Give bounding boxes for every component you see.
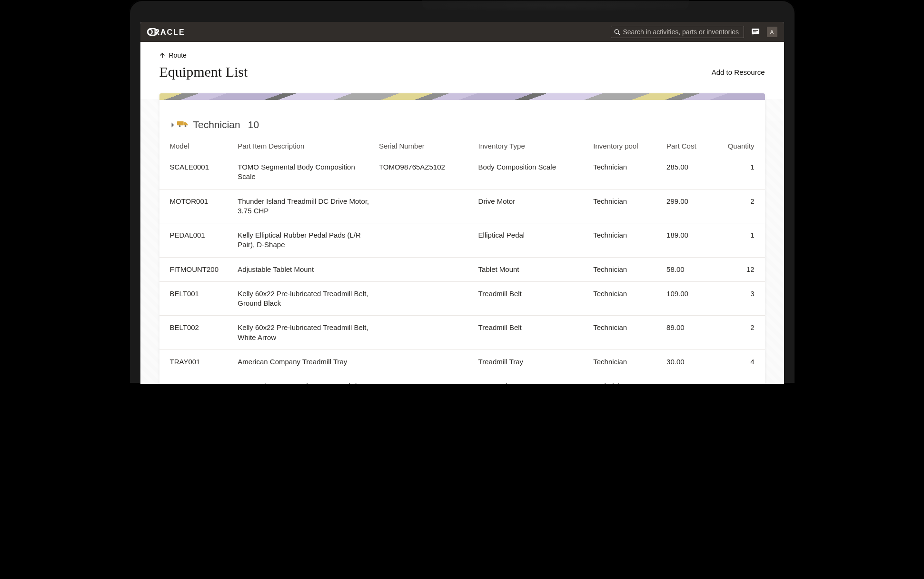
- td-qty: 4: [724, 349, 765, 374]
- table-header-row: Model Part Item Description Serial Numbe…: [159, 137, 765, 155]
- td-model: FITMOUNT200: [159, 257, 238, 281]
- td-desc: Thunder Island Treadmill DC Drive Motor,…: [238, 189, 379, 223]
- chevron-down-icon: [169, 122, 174, 127]
- td-serial: [379, 281, 478, 316]
- avatar[interactable]: A: [767, 27, 777, 37]
- td-desc: Adjustable Tablet Mount: [238, 257, 379, 281]
- group-name: Technician: [193, 119, 240, 130]
- td-itype: Drive Motor: [478, 189, 594, 223]
- td-cost: 89.00: [666, 316, 724, 350]
- td-serial: [379, 257, 478, 281]
- breadcrumb[interactable]: Route: [140, 42, 784, 59]
- messages-icon[interactable]: [750, 26, 761, 38]
- td-pool: Technician: [593, 281, 666, 316]
- th-cost[interactable]: Part Cost: [666, 137, 724, 155]
- screen: ORACLE A Route Equipment L: [140, 22, 784, 384]
- td-qty: 2: [724, 316, 765, 350]
- td-qty: 3: [724, 281, 765, 316]
- td-itype: VR Headset: [478, 374, 594, 384]
- td-desc: Kelly 60x22 Pre-lubricated Treadmill Bel…: [238, 316, 379, 350]
- td-serial: [379, 223, 478, 258]
- td-pool: Technician: [593, 257, 666, 281]
- title-row: Equipment List Add to Resource: [140, 59, 784, 93]
- td-desc: TOMO Segmental Body Composition Scale: [238, 155, 379, 190]
- td-pool: Technician: [593, 374, 666, 384]
- add-to-resource-button[interactable]: Add to Resource: [712, 68, 765, 76]
- td-itype: Tablet Mount: [478, 257, 594, 281]
- table-row[interactable]: PEDAL001Kelly Elliptical Rubber Pedal Pa…: [159, 223, 765, 258]
- device-frame: ORACLE A Route Equipment L: [129, 0, 795, 384]
- td-cost: 58.00: [666, 257, 724, 281]
- td-desc: Kelly 60x22 Pre-lubricated Treadmill Bel…: [238, 281, 379, 316]
- svg-point-8: [179, 125, 180, 127]
- svg-point-2: [615, 30, 618, 33]
- td-serial: [379, 374, 478, 384]
- topbar: ORACLE A: [140, 22, 784, 42]
- td-pool: Technician: [593, 189, 666, 223]
- equipment-card: Technician 10 Model Part Item Descriptio…: [159, 93, 765, 384]
- td-serial: [379, 316, 478, 350]
- group-count: 10: [248, 119, 259, 130]
- td-itype: Treadmill Belt: [478, 281, 594, 316]
- table-row[interactable]: HEADSET001VR Headset, 4.7-6.53in Screen,…: [159, 374, 765, 384]
- td-pool: Technician: [593, 349, 666, 374]
- th-model[interactable]: Model: [159, 137, 238, 155]
- table-row[interactable]: MOTOR001Thunder Island Treadmill DC Driv…: [159, 189, 765, 223]
- td-model: HEADSET001: [159, 374, 238, 384]
- th-qty[interactable]: Quantity: [724, 137, 765, 155]
- td-qty: 12: [724, 257, 765, 281]
- td-serial: TOMO98765AZ5102: [379, 155, 478, 190]
- td-cost: 285.00: [666, 155, 724, 190]
- svg-line-3: [618, 33, 620, 35]
- td-pool: Technician: [593, 223, 666, 258]
- search-input[interactable]: [623, 28, 741, 36]
- td-cost: 299.00: [666, 189, 724, 223]
- td-qty: 2: [724, 189, 765, 223]
- td-qty: 1: [724, 155, 765, 190]
- th-serial[interactable]: Serial Number: [379, 137, 478, 155]
- breadcrumb-label: Route: [169, 51, 187, 59]
- td-model: PEDAL001: [159, 223, 238, 258]
- th-pool[interactable]: Inventory pool: [593, 137, 666, 155]
- device-notch: [422, 0, 689, 10]
- table-row[interactable]: TRAY001American Company Treadmill TrayTr…: [159, 349, 765, 374]
- td-itype: Treadmill Tray: [478, 349, 594, 374]
- td-cost: 329.00: [666, 374, 724, 384]
- equipment-table: Model Part Item Description Serial Numbe…: [159, 137, 765, 384]
- up-arrow-icon: [159, 52, 165, 58]
- td-desc: Kelly Elliptical Rubber Pedal Pads (L/R …: [238, 223, 379, 258]
- td-itype: Elliptical Pedal: [478, 223, 594, 258]
- svg-rect-4: [752, 29, 759, 34]
- td-qty: 3: [724, 374, 765, 384]
- td-itype: Body Composition Scale: [478, 155, 594, 190]
- td-cost: 30.00: [666, 349, 724, 374]
- td-model: TRAY001: [159, 349, 238, 374]
- table-row[interactable]: BELT002Kelly 60x22 Pre-lubricated Treadm…: [159, 316, 765, 350]
- table-row[interactable]: FITMOUNT200Adjustable Tablet MountTablet…: [159, 257, 765, 281]
- svg-point-9: [184, 125, 186, 127]
- group-header[interactable]: Technician 10: [159, 100, 765, 137]
- search-box[interactable]: [611, 26, 744, 38]
- th-desc[interactable]: Part Item Description: [238, 137, 379, 155]
- search-icon: [614, 29, 620, 35]
- page-title: Equipment List: [159, 64, 248, 80]
- td-cost: 109.00: [666, 281, 724, 316]
- decorative-band: [159, 93, 765, 100]
- td-pool: Technician: [593, 316, 666, 350]
- td-serial: [379, 349, 478, 374]
- td-serial: [379, 189, 478, 223]
- page: Route Equipment List Add to Resource Tec…: [140, 42, 784, 384]
- svg-text:ORACLE: ORACLE: [147, 28, 185, 36]
- td-qty: 1: [724, 223, 765, 258]
- td-itype: Treadmill Belt: [478, 316, 594, 350]
- td-pool: Technician: [593, 155, 666, 190]
- table-row[interactable]: SCALE0001TOMO Segmental Body Composition…: [159, 155, 765, 190]
- oracle-logo[interactable]: ORACLE: [147, 28, 204, 36]
- td-model: SCALE0001: [159, 155, 238, 190]
- td-model: MOTOR001: [159, 189, 238, 223]
- truck-icon: [177, 119, 189, 130]
- table-row[interactable]: BELT001Kelly 60x22 Pre-lubricated Treadm…: [159, 281, 765, 316]
- td-cost: 189.00: [666, 223, 724, 258]
- td-model: BELT001: [159, 281, 238, 316]
- th-itype[interactable]: Inventory Type: [478, 137, 594, 155]
